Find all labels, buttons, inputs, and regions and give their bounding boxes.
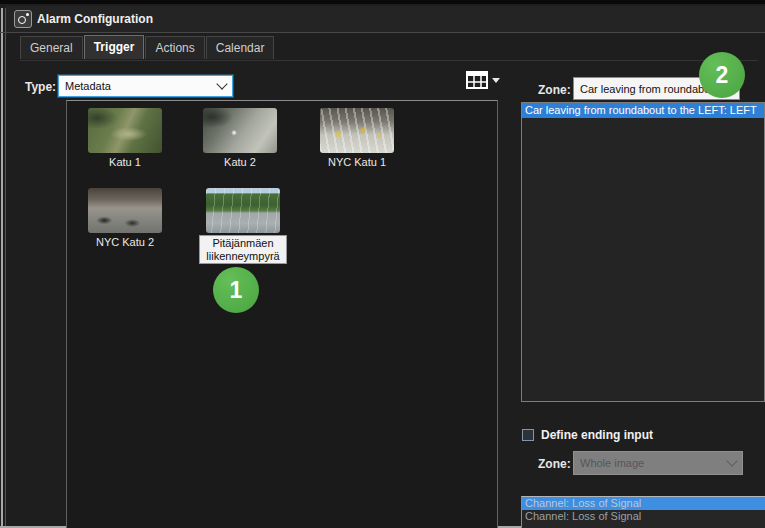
tab-page-border [20,60,758,61]
tab-general[interactable]: General [20,36,83,59]
annotation-number: 1 [230,277,243,304]
type-label: Type: [25,80,56,94]
tab-actions[interactable]: Actions [145,36,204,59]
alarm-config-icon [14,10,32,28]
annotation-number: 2 [716,62,729,89]
camera-name: Katu 2 [192,156,288,169]
camera-thumbnail-panel: Katu 1 Katu 2 NYC Katu 1 NYC Katu 2 Pitä… [66,100,498,528]
chevron-down-icon [492,78,500,83]
ending-channel-list[interactable]: Channel: Loss of Signal Channel: Loss of… [521,496,765,528]
view-mode-button[interactable] [466,67,504,93]
camera-name: NYC Katu 2 [77,236,173,249]
define-ending-input-label: Define ending input [541,428,653,442]
camera-thumbnail[interactable] [320,108,394,153]
camera-name: NYC Katu 1 [309,156,405,169]
camera-item-selected[interactable]: Pitäjänmäen liikenneympyrä [195,188,291,264]
type-dropdown-value: Metadata [65,80,218,92]
grid-view-icon [466,71,488,89]
zone-event-item-selected[interactable]: Car leaving from roundabout to the LEFT:… [522,103,764,118]
camera-name: Pitäjänmäen liikenneympyrä [199,235,287,264]
tab-bar: General Trigger Actions Calendar [20,36,275,60]
camera-item[interactable]: Katu 1 [77,108,173,169]
channel-item[interactable]: Channel: Loss of Signal [522,510,765,523]
lens-glyph [18,16,26,24]
window-border-left [1,8,3,528]
ending-zone-label: Zone: [538,457,571,471]
ending-zone-dropdown-value: Whole image [580,457,728,469]
chevron-down-icon [216,78,227,89]
define-ending-input-checkbox[interactable] [522,429,534,441]
zone-label: Zone: [538,83,571,97]
zone-event-list[interactable]: Car leaving from roundabout to the LEFT:… [521,102,765,402]
tab-calendar[interactable]: Calendar [206,36,275,59]
camera-item[interactable]: NYC Katu 2 [77,188,173,249]
chevron-down-icon [726,455,737,466]
window-border-left-inner [5,8,6,528]
channel-item-selected[interactable]: Channel: Loss of Signal [522,497,765,510]
tab-trigger[interactable]: Trigger [84,35,145,59]
annotation-step-1: 1 [213,267,259,313]
camera-item[interactable]: Katu 2 [192,108,288,169]
ending-zone-dropdown-disabled: Whole image [573,451,743,475]
window-border-top [0,0,765,4]
camera-item[interactable]: NYC Katu 1 [309,108,405,169]
camera-thumbnail[interactable] [88,188,162,233]
dot-glyph [26,13,29,16]
titlebar-divider [0,32,765,33]
camera-thumbnail[interactable] [206,188,280,233]
window-title: Alarm Configuration [37,12,153,26]
define-ending-input-row: Define ending input [522,428,653,442]
camera-name: Katu 1 [77,156,173,169]
camera-thumbnail[interactable] [88,108,162,153]
type-dropdown[interactable]: Metadata [58,75,233,97]
annotation-step-2: 2 [699,52,745,98]
camera-thumbnail[interactable] [203,108,277,153]
